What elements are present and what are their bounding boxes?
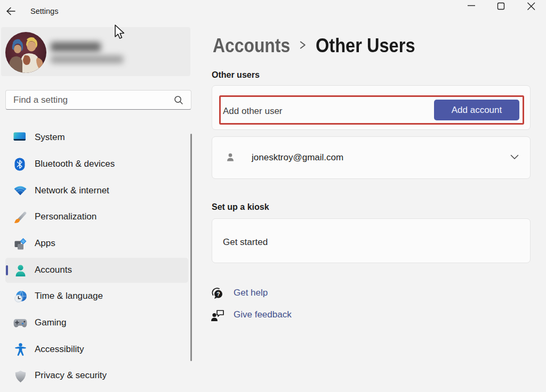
svg-text:?: ? [216, 291, 220, 297]
